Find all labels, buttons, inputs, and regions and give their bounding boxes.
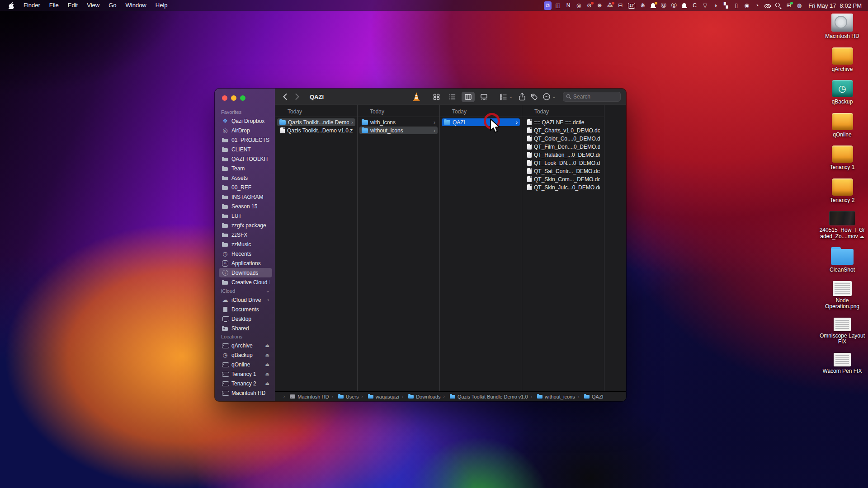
sidebar-item[interactable]: Recents bbox=[219, 249, 272, 258]
camera-icon[interactable]: ◫ bbox=[554, 1, 562, 10]
network-blocked-icon[interactable]: ⊘ bbox=[585, 1, 593, 10]
sidebar-item[interactable]: Desktop bbox=[219, 314, 272, 324]
sidebar-item[interactable]: Creative Cloud Files... bbox=[219, 277, 272, 287]
sidebar-item[interactable]: qArchive bbox=[219, 341, 272, 350]
file-row[interactable]: without_icons bbox=[359, 127, 438, 134]
sidebar-item[interactable]: Applications bbox=[219, 258, 272, 268]
gallery-view-button[interactable] bbox=[477, 92, 491, 102]
desktop-icon[interactable]: CleanShot bbox=[818, 247, 866, 273]
file-row[interactable]: == QAZI NE ==.dctle bbox=[524, 118, 602, 126]
desktop-icon[interactable]: Macintosh HD bbox=[818, 14, 866, 40]
sidebar-item[interactable]: CLIENT bbox=[219, 145, 272, 154]
desktop-icon[interactable]: qBackup bbox=[818, 80, 866, 105]
display-lock-icon[interactable]: ⊟ bbox=[617, 1, 624, 10]
sidebar-item[interactable]: zzSFX bbox=[219, 230, 272, 239]
breadcrumb-item[interactable]: without_icons bbox=[528, 394, 575, 399]
share-button[interactable] bbox=[519, 93, 526, 101]
sidebar-item[interactable]: qBackup bbox=[219, 350, 272, 360]
desktop-icon[interactable]: qOnline bbox=[818, 113, 866, 138]
sparkle-icon[interactable]: ❋ bbox=[639, 1, 646, 10]
sidebar-item[interactable]: zzMusic bbox=[219, 239, 272, 249]
sidebar-item[interactable]: Tenancy 1 bbox=[219, 369, 272, 379]
desktop-icon[interactable]: Wacom Pen FIX bbox=[818, 353, 866, 375]
file-row[interactable]: with_icons bbox=[359, 118, 438, 126]
history-icon[interactable]: ◔ bbox=[753, 1, 761, 10]
sidebar-item[interactable]: Qazi Dropbox bbox=[219, 116, 272, 126]
more-actions-button[interactable]: ⌄ bbox=[542, 93, 556, 101]
notion-icon[interactable]: N bbox=[565, 1, 572, 10]
sidebar-item[interactable]: iCloud Drive bbox=[219, 295, 272, 305]
group-by-button[interactable]: ⌄ bbox=[500, 93, 513, 101]
accessory-icon[interactable] bbox=[266, 297, 269, 303]
desktop-icon[interactable]: Tenancy 1 bbox=[818, 145, 866, 171]
file-row[interactable]: QT_Color_Co....0_DEMO.dctle bbox=[524, 135, 602, 142]
breadcrumb-item[interactable]: Downloads bbox=[399, 394, 441, 399]
user-switch-icon[interactable]: ⊞ bbox=[785, 1, 793, 10]
desktop-icon[interactable]: Node Operation.png bbox=[818, 281, 866, 310]
breadcrumb-item[interactable]: waqasqazi bbox=[359, 394, 399, 399]
desktop-icon[interactable]: Tenancy 2 bbox=[818, 178, 866, 204]
breadcrumb-item[interactable]: Macintosh HD bbox=[281, 394, 329, 399]
file-row[interactable]: Qazis Toolkit...ndle Demo v1.0 bbox=[277, 118, 355, 126]
file-row[interactable]: QAZI bbox=[442, 118, 520, 126]
menu-item[interactable]: Edit bbox=[63, 0, 82, 11]
blocks-icon[interactable]: ▚ bbox=[722, 1, 730, 10]
search-field[interactable] bbox=[563, 92, 621, 102]
sidebar-item[interactable]: Team bbox=[219, 164, 272, 173]
list-view-button[interactable] bbox=[446, 92, 459, 102]
sidebar-item[interactable]: Shared bbox=[219, 324, 272, 333]
file-row[interactable]: QT_Charts_v1.0_DEMO.dctle bbox=[524, 127, 602, 134]
menu-item[interactable]: Finder bbox=[19, 0, 45, 11]
sidebar-item[interactable]: Macintosh HD bbox=[219, 388, 272, 398]
menu-item[interactable]: File bbox=[45, 0, 63, 11]
accessory-icon[interactable] bbox=[265, 362, 269, 367]
breadcrumb-item[interactable]: Qazis Toolkit Bundle Demo v1.0 bbox=[441, 394, 528, 399]
apple-menu-icon[interactable] bbox=[6, 2, 16, 9]
record-icon[interactable]: ◎ bbox=[575, 1, 583, 10]
sidebar-item[interactable]: Documents bbox=[219, 305, 272, 314]
sidebar-item[interactable]: Season 15 bbox=[219, 202, 272, 211]
file-row[interactable]: QT_Skin_Juic...0_DEMO.dctle bbox=[524, 183, 602, 191]
accessory-icon[interactable] bbox=[265, 343, 269, 348]
zero-icon[interactable]: ⓪ bbox=[670, 1, 678, 10]
calendar-17-icon[interactable]: 17 bbox=[627, 1, 636, 10]
notification-bell-icon[interactable] bbox=[649, 1, 657, 10]
accessory-icon[interactable] bbox=[265, 352, 269, 357]
bell-icon[interactable] bbox=[680, 1, 688, 10]
menu-item[interactable]: View bbox=[82, 0, 104, 11]
accessory-icon[interactable] bbox=[265, 371, 269, 376]
menu-item[interactable]: Help bbox=[151, 0, 172, 11]
file-row[interactable]: QT_Halation_...0_DEMO.dctle bbox=[524, 151, 602, 159]
spotlight-icon[interactable] bbox=[774, 1, 782, 10]
grammarly-icon[interactable]: Ⓖ bbox=[660, 1, 667, 10]
breadcrumb-item[interactable]: QAZI bbox=[575, 394, 604, 399]
column-view-button[interactable] bbox=[462, 92, 475, 102]
forward-button[interactable] bbox=[295, 93, 300, 100]
sidebar-item[interactable]: Downloads bbox=[219, 268, 272, 277]
sidebar-item[interactable]: AirDrop bbox=[219, 126, 272, 135]
minimize-button[interactable] bbox=[231, 95, 236, 101]
menu-bar-clock[interactable]: Fri May 17 8:02 PM bbox=[808, 2, 862, 9]
menu-item[interactable]: Window bbox=[121, 0, 151, 11]
breadcrumb-item[interactable]: Users bbox=[329, 394, 359, 399]
sidebar-item[interactable]: qOnline bbox=[219, 360, 272, 369]
battery-icon[interactable]: ▯ bbox=[732, 1, 740, 10]
shield-icon[interactable]: ▽ bbox=[701, 1, 709, 10]
close-button[interactable] bbox=[222, 95, 227, 101]
input-source-icon[interactable]: ⊕ bbox=[596, 1, 604, 10]
sidebar-item[interactable]: Assets bbox=[219, 173, 272, 183]
desktop-icon[interactable]: 240515_How_I_Gr aded_Zo....mov bbox=[818, 211, 866, 239]
sidebar-item[interactable]: LUT bbox=[219, 211, 272, 221]
sidebar-item[interactable]: QAZI TOOLKIT bbox=[219, 154, 272, 164]
tag-button[interactable] bbox=[530, 93, 538, 101]
wifi-icon[interactable] bbox=[764, 1, 772, 10]
chevron-down-icon[interactable] bbox=[266, 288, 270, 294]
file-row[interactable]: QT_Skin_Com..._DEMO.dctle bbox=[524, 175, 602, 183]
back-button[interactable] bbox=[283, 93, 288, 100]
file-row[interactable]: Qazis Toolkit...Demo v1.0.zip bbox=[277, 127, 355, 134]
file-row[interactable]: QT_Look_DN....0_DEMO.dctle bbox=[524, 159, 602, 167]
zoom-button[interactable] bbox=[240, 95, 245, 101]
crescent-icon[interactable]: C bbox=[691, 1, 698, 10]
screen-mirroring-icon[interactable]: ⧉ bbox=[544, 1, 552, 10]
sidebar-item[interactable]: zzgfx package bbox=[219, 221, 272, 230]
